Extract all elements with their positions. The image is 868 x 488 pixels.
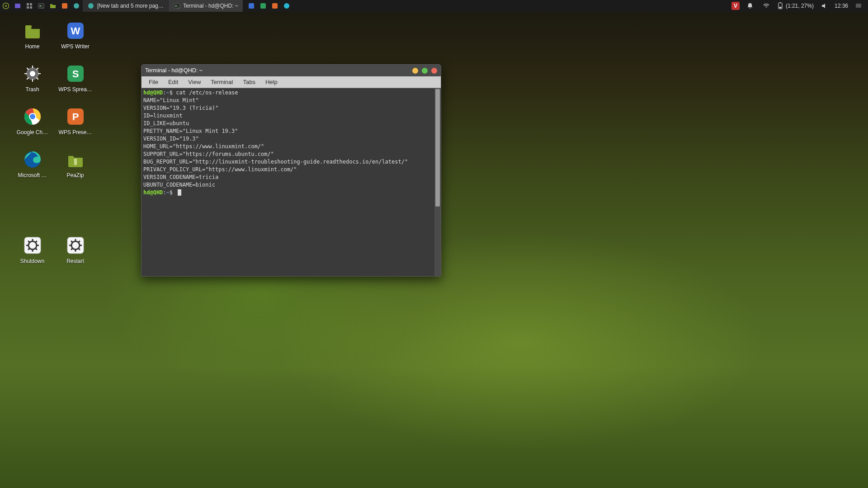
workspace-switcher-icon[interactable] xyxy=(24,0,35,12)
svg-rect-9 xyxy=(62,3,67,9)
window-controls xyxy=(412,68,437,74)
scrollbar-thumb[interactable] xyxy=(435,89,440,206)
wps-spread-icon: S xyxy=(66,64,85,84)
microsoft-edge-icon xyxy=(23,150,42,169)
svg-rect-33 xyxy=(24,73,27,74)
svg-rect-2 xyxy=(15,4,20,8)
vivaldi-tray-icon[interactable]: V xyxy=(731,2,740,10)
menu-view[interactable]: View xyxy=(184,78,205,86)
svg-line-52 xyxy=(28,249,29,250)
pinned-app-4-icon[interactable] xyxy=(281,0,292,12)
files-launcher-icon[interactable] xyxy=(47,0,59,12)
svg-text:S: S xyxy=(72,68,79,80)
pinned-app-2-icon[interactable] xyxy=(257,0,269,12)
svg-line-50 xyxy=(36,249,37,250)
restart-icon xyxy=(66,235,85,255)
desktop-icon-label: WPS Sprea… xyxy=(58,86,92,93)
svg-rect-19 xyxy=(779,7,781,8)
desktop-icon-microsoft-edge[interactable]: Microsoft … xyxy=(11,147,54,190)
svg-rect-20 xyxy=(779,2,781,3)
desktop-icon-trash[interactable]: Trash xyxy=(11,61,54,104)
clock[interactable]: 12:36 xyxy=(835,3,848,9)
terminal-window[interactable]: Terminal - hd@QHD: ~ FileEditViewTermina… xyxy=(141,64,441,277)
svg-rect-5 xyxy=(27,6,29,9)
desktop-icon-label: WPS Prese… xyxy=(58,129,92,136)
svg-text:>_: >_ xyxy=(39,4,44,8)
maximize-button[interactable] xyxy=(422,68,428,74)
svg-line-58 xyxy=(79,241,80,242)
desktop-icon-google-chrome[interactable]: Google Ch… xyxy=(11,104,54,147)
svg-text:>_: >_ xyxy=(175,4,179,8)
svg-line-62 xyxy=(71,249,72,250)
taskbar-item-terminal[interactable]: >_ Terminal - hd@QHD: ~ xyxy=(168,0,243,12)
desktop-icon-shutdown[interactable]: Shutdown xyxy=(11,233,54,276)
desktop-icon-label: Google Ch… xyxy=(17,129,48,136)
svg-point-26 xyxy=(30,71,35,76)
svg-rect-3 xyxy=(27,3,29,5)
desktop-icon-label: WPS Writer xyxy=(61,43,89,50)
menubar: FileEditViewTerminalTabsHelp xyxy=(142,76,441,88)
svg-point-17 xyxy=(284,3,289,9)
menu-edit[interactable]: Edit xyxy=(164,78,183,86)
desktop-icon-label: PeaZip xyxy=(66,172,84,178)
taskbar-label: Terminal - hd@QHD: ~ xyxy=(183,3,238,9)
home-icon xyxy=(23,21,42,41)
svg-rect-15 xyxy=(260,3,266,9)
svg-rect-27 xyxy=(32,66,33,68)
desktop-icon-peazip[interactable]: PeaZip xyxy=(54,147,97,190)
desktop-icon-label: Shutdown xyxy=(20,258,44,264)
svg-rect-29 xyxy=(38,73,41,74)
desktop[interactable]: HomeWWPS WriterTrashSWPS Sprea…Google Ch… xyxy=(0,18,97,276)
terminal-output: hd@QHD:~$ cat /etc/os-release NAME="Linu… xyxy=(143,89,433,197)
desktop-icon-label: Trash xyxy=(25,86,39,93)
svg-rect-44 xyxy=(74,159,77,165)
menu-tabs[interactable]: Tabs xyxy=(238,78,259,86)
titlebar[interactable]: Terminal - hd@QHD: ~ xyxy=(142,65,441,76)
terminal-icon: >_ xyxy=(173,2,180,9)
svg-line-48 xyxy=(36,241,37,242)
menu-file[interactable]: File xyxy=(144,78,163,86)
minimize-button[interactable] xyxy=(412,68,418,74)
menu-icon[interactable] xyxy=(0,0,12,12)
notifications-icon[interactable] xyxy=(744,0,756,12)
svg-text:W: W xyxy=(71,25,80,37)
pinned-app-3-icon[interactable] xyxy=(269,0,281,12)
menu-terminal[interactable]: Terminal xyxy=(206,78,237,86)
menu-help[interactable]: Help xyxy=(261,78,282,86)
trash-icon xyxy=(23,64,42,84)
svg-rect-16 xyxy=(272,3,278,9)
session-icon[interactable] xyxy=(853,0,864,12)
svg-point-11 xyxy=(88,3,94,9)
svg-text:P: P xyxy=(72,111,79,122)
show-desktop-icon[interactable] xyxy=(12,0,24,12)
volume-icon[interactable] xyxy=(818,0,830,12)
battery-text: (1:21, 27%) xyxy=(786,3,814,9)
top-panel: >_ [New tab and 5 more page… >_ Terminal… xyxy=(0,0,868,12)
updater-icon[interactable] xyxy=(59,0,71,12)
desktop-icon-label: Restart xyxy=(66,258,84,264)
desktop-icon-label: Home xyxy=(25,43,39,50)
pinned-app-1-icon[interactable] xyxy=(245,0,257,12)
desktop-icon-wps-spread[interactable]: SWPS Sprea… xyxy=(54,61,97,104)
close-button[interactable] xyxy=(431,68,437,74)
svg-rect-22 xyxy=(25,25,32,28)
desktop-icon-home[interactable]: Home xyxy=(11,18,54,61)
svg-rect-6 xyxy=(30,6,32,9)
svg-line-54 xyxy=(28,241,29,242)
wps-present-icon: P xyxy=(66,107,85,127)
peazip-icon xyxy=(66,150,85,169)
desktop-icon-wps-writer[interactable]: WWPS Writer xyxy=(54,18,97,61)
browser-launcher-icon[interactable] xyxy=(71,0,82,12)
desktop-icon-wps-present[interactable]: PWPS Prese… xyxy=(54,104,97,147)
svg-rect-4 xyxy=(30,3,32,5)
terminal-launcher-icon[interactable]: >_ xyxy=(35,0,47,12)
taskbar-item-browser[interactable]: [New tab and 5 more page… xyxy=(82,0,168,12)
svg-rect-31 xyxy=(32,79,33,82)
wifi-icon[interactable] xyxy=(760,0,772,12)
battery-icon[interactable]: (1:21, 27%) xyxy=(777,0,814,12)
scrollbar[interactable] xyxy=(434,88,441,276)
terminal-body[interactable]: hd@QHD:~$ cat /etc/os-release NAME="Linu… xyxy=(142,88,441,276)
svg-line-60 xyxy=(79,249,80,250)
svg-line-64 xyxy=(71,241,72,242)
desktop-icon-restart[interactable]: Restart xyxy=(54,233,97,276)
